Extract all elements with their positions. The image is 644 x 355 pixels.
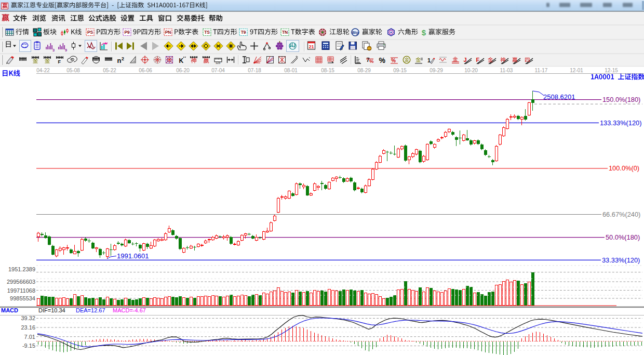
svg-text:1: 1: [427, 57, 431, 63]
svg-text:3: 3: [52, 48, 55, 52]
svg-text:PS: PS: [87, 30, 93, 35]
svg-text:99855534: 99855534: [10, 295, 35, 301]
svg-text:08-15: 08-15: [321, 68, 334, 73]
svg-text:50.0%(180): 50.0%(180): [606, 233, 640, 241]
svg-text:133.33%(120): 133.33%(120): [600, 119, 641, 127]
svg-text:299566603: 299566603: [7, 279, 35, 285]
svg-text:07-18: 07-18: [248, 68, 261, 73]
svg-text:66.67%(240): 66.67%(240): [602, 211, 640, 218]
svg-text:PN: PN: [165, 30, 171, 35]
svg-text:Big: Big: [352, 30, 359, 35]
svg-text:11-03: 11-03: [500, 68, 513, 73]
svg-text:08-01: 08-01: [284, 68, 298, 73]
svg-text:MACD: MACD: [1, 307, 18, 313]
svg-text:39.32: 39.32: [21, 315, 35, 321]
svg-text:F: F: [58, 59, 61, 64]
svg-text:06-06: 06-06: [139, 68, 152, 73]
svg-text:04-22: 04-22: [36, 68, 50, 73]
svg-text:123: 123: [216, 61, 220, 64]
svg-text:10-20: 10-20: [464, 68, 478, 73]
svg-text:05-22: 05-22: [103, 68, 116, 73]
svg-text:-9.15: -9.15: [22, 343, 35, 349]
svg-text:07-04: 07-04: [211, 68, 225, 73]
svg-text:12-15: 12-15: [605, 68, 618, 73]
svg-text:n: n: [117, 57, 122, 64]
svg-text:P9: P9: [124, 30, 130, 35]
svg-text:TS: TS: [204, 30, 210, 35]
svg-text:199711068: 199711068: [7, 287, 35, 294]
svg-text:$: $: [422, 28, 426, 37]
svg-text:2: 2: [122, 56, 124, 61]
svg-text:%: %: [379, 56, 386, 64]
svg-text:DEA=12.67: DEA=12.67: [76, 307, 105, 313]
svg-text:1991.0601: 1991.0601: [117, 252, 149, 260]
svg-text:7.01: 7.01: [24, 334, 35, 340]
svg-text:%: %: [391, 58, 396, 63]
svg-text:MACD=-4.67: MACD=-4.67: [113, 307, 146, 313]
svg-text:9: 9: [65, 48, 67, 52]
svg-text:J: J: [464, 57, 467, 63]
svg-text:09-15: 09-15: [393, 68, 407, 73]
svg-text:100.0%(0): 100.0%(0): [609, 164, 639, 172]
svg-text:33.33%(120): 33.33%(120): [602, 256, 640, 264]
svg-text:F: F: [476, 57, 480, 63]
svg-text:DIF=10.34: DIF=10.34: [38, 307, 65, 313]
svg-text:TN: TN: [282, 30, 288, 35]
svg-text:12-01: 12-01: [570, 68, 583, 73]
svg-text:2508.6201: 2508.6201: [543, 93, 575, 101]
svg-text:06-20: 06-20: [176, 68, 190, 73]
svg-text:K: K: [179, 57, 184, 64]
svg-text:09-29: 09-29: [430, 68, 443, 73]
svg-text:T9: T9: [241, 30, 246, 35]
svg-text:150.0%(180): 150.0%(180): [602, 96, 640, 103]
svg-text:11-17: 11-17: [535, 68, 548, 73]
svg-text:1951.2389: 1951.2389: [8, 266, 35, 272]
svg-text:23.16: 23.16: [21, 324, 35, 331]
svg-text:08-29: 08-29: [357, 68, 371, 73]
svg-text:05-08: 05-08: [66, 68, 80, 73]
svg-text:21: 21: [308, 44, 314, 49]
